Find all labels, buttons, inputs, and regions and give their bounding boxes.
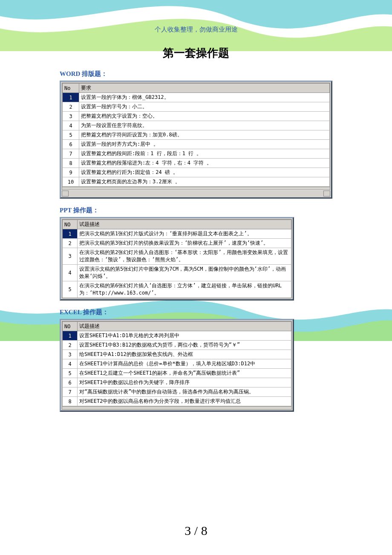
table-row: 5把整篇文档的字符间距设置为：加宽0.8磅。: [63, 130, 330, 140]
table-row: 4在SHEET1中计算商品的总价（总价=单价*数量），填入单元格区域D3:D12…: [63, 359, 291, 369]
table-row: 3在演示文稿的第2张幻灯片插入自选图形：‘基本形状：太阳形’，用颜色渐变效果填充…: [63, 248, 291, 265]
table-row: 6对SHEET1中的数据以总价作为关键字，降序排序: [63, 378, 291, 387]
col-desc: 试题描述: [78, 322, 291, 331]
table-header-row: NO 试题描述: [63, 322, 291, 331]
row-no: 1: [63, 93, 79, 102]
table-row: 9设置整篇文档的行距为:固定值：24 磅 。: [63, 168, 330, 177]
ppt-table: NO 试题描述 1把演示文稿的第1张幻灯片版式设计为：‘垂直排列标题且文本在图表…: [60, 217, 294, 301]
col-desc: 试题描述: [78, 220, 291, 229]
col-no: NO: [63, 220, 78, 229]
table-row: 2设置SHEET1中B3:B12的数据格式为货币，两位小数，货币符号为“￥”: [63, 341, 291, 350]
table-row: 8设置整篇文档的段落缩进为:左：4 字符，右：4 字符 。: [63, 159, 330, 168]
row-text: 设置第一段的字体为：楷体_GB2312。: [79, 93, 330, 102]
table-row: 4为第一段设置任意字符底纹。: [63, 121, 330, 130]
header-note: 个人收集整理，勿做商业用途: [60, 26, 332, 34]
table-row: 3给SHEET1中A1:D12的数据加紫色实线内、外边框: [63, 350, 291, 359]
table-row: 8对SHEET2中的数据以商品名称作为分类字段，对数量进行求平均值汇总: [63, 397, 291, 406]
col-no: NO: [63, 322, 78, 331]
table-row: 7对“高压锅数据统计表”中的数据作自动筛选，筛选条件为商品名称为高压锅。: [63, 387, 291, 397]
section-ppt-label: PPT 操作题：: [60, 206, 332, 214]
page-title: 第一套操作题: [60, 46, 332, 61]
section-excel-label: EXCEL 操作题：: [60, 308, 332, 316]
table-row: 5在演示文稿的第6张幻灯片插入‘自选图形：立方体’，建立超链接，单击鼠标，链接的…: [63, 281, 291, 298]
scroll-right-icon[interactable]: [323, 191, 330, 197]
page-number: 3 / 8: [0, 523, 392, 538]
table-row: 7设置整篇文档的段间距:段前：1 行，段后：1 行 。: [63, 149, 330, 159]
col-no: No: [63, 84, 79, 93]
table-row: 6设置第一段的对齐方式为:居中 。: [63, 140, 330, 149]
table-row: 5在SHEET1之后建立一个SHEET1的副本，并命名为“高压锅数据统计表”: [63, 369, 291, 378]
table-row: 10设置整篇文档页面的左边界为：3.2厘米 。: [63, 177, 330, 187]
col-req: 要求: [79, 84, 330, 93]
table-row: 1把演示文稿的第1张幻灯片版式设计为：‘垂直排列标题且文本在图表之上’。: [63, 229, 291, 239]
section-word-label: WORD 排版题：: [60, 70, 332, 78]
scroll-left-icon[interactable]: [62, 191, 69, 197]
word-table: No 要求 1设置第一段的字体为：楷体_GB2312。 2设置第一段的字号为：小…: [60, 81, 332, 199]
scrollbar[interactable]: [62, 190, 330, 197]
table-row: 4设置演示文稿的第5张幻灯片中图像宽为7CM，高为5CM，图像控制中的颜色为‘水…: [63, 265, 291, 281]
table-header-row: No 要求: [63, 84, 330, 93]
table-row: 1设置SHEET1中A1:D1单元格的文本跨列居中: [63, 331, 291, 341]
excel-table: NO 试题描述 1设置SHEET1中A1:D1单元格的文本跨列居中 2设置SHE…: [60, 319, 294, 412]
table-row: 2设置第一段的字号为：小二。: [63, 102, 330, 112]
table-row: 2把演示文稿的第3张幻灯片的切换效果设置为：‘阶梯状右上展开’，速度为‘快速’。: [63, 239, 291, 248]
table-header-row: NO 试题描述: [63, 220, 291, 229]
table-row: 1设置第一段的字体为：楷体_GB2312。: [63, 93, 330, 102]
table-row: 3把整篇文档的文字设置为：空心。: [63, 112, 330, 121]
